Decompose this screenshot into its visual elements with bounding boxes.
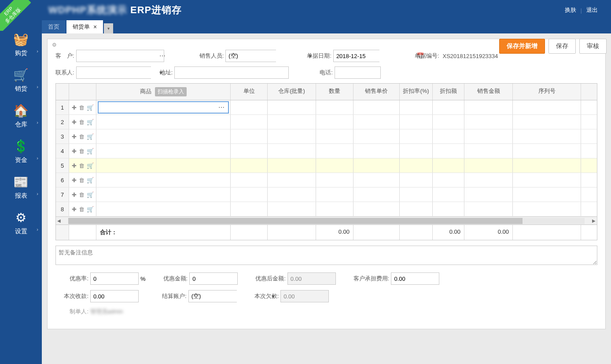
logo-blurred: WDPHP系统演示 — [48, 4, 127, 15]
logo-suffix: ERP进销存 — [130, 4, 182, 15]
corner-badge: ERP 多仓库版 — [0, 0, 31, 20]
logout-link[interactable]: 退出 — [582, 6, 602, 14]
app-header: WDPHP系统演示 ERP进销存 换肤 | 退出 — [0, 0, 611, 20]
theme-link[interactable]: 换肤 — [560, 6, 581, 14]
